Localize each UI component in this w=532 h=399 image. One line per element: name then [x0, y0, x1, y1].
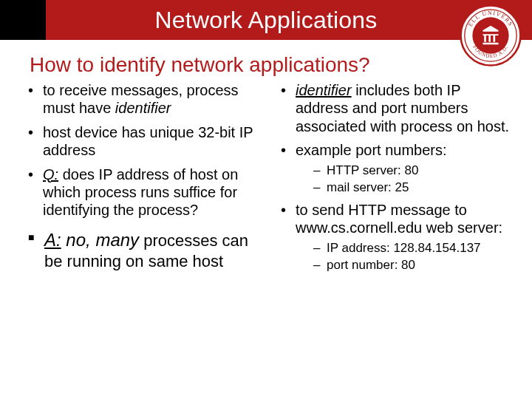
text-italic: many	[95, 230, 139, 250]
list-item: to receive messages, process must have i…	[27, 81, 262, 117]
text-italic-underline: identifier	[296, 82, 352, 98]
answer-list: A: no, many processes can be running on …	[22, 230, 262, 272]
text: does IP address of host on which process…	[43, 166, 238, 219]
q-label: Q:	[43, 166, 58, 183]
right-column: identifier includes both IP address and …	[275, 81, 514, 279]
slide: Network Applications ELL UNIVERS FOUNDED…	[0, 0, 532, 399]
list-item: identifier includes both IP address and …	[279, 81, 514, 135]
sub-item: mail server: 25	[313, 180, 514, 195]
left-column: to receive messages, process must have i…	[22, 81, 262, 279]
slide-title: Network Applications	[0, 7, 532, 34]
answer-item: A: no, many processes can be running on …	[27, 230, 262, 272]
right-bullet-list: identifier includes both IP address and …	[275, 81, 514, 273]
sub-item: IP address: 128.84.154.137	[313, 240, 514, 256]
text-italic: no,	[61, 230, 96, 250]
sub-list: IP address: 128.84.154.137 port number: …	[296, 240, 514, 273]
list-item: example port numbers: HTTP server: 80 ma…	[279, 141, 514, 195]
list-item: to send HTTP message to www.cs.cornell.e…	[279, 201, 514, 273]
cornell-seal-icon: ELL UNIVERS FOUNDED A.D.	[458, 3, 523, 68]
text-italic: identifier	[115, 100, 171, 116]
sub-list: HTTP server: 80 mail server: 25	[296, 163, 514, 196]
left-bullet-list: to receive messages, process must have i…	[22, 81, 262, 219]
list-item: Q: does IP address of host on which proc…	[27, 166, 262, 219]
list-item: host device has unique 32-bit IP address	[27, 123, 262, 160]
sub-item: HTTP server: 80	[313, 163, 514, 178]
slide-subtitle: How to identify network applications?	[30, 53, 532, 77]
content-columns: to receive messages, process must have i…	[0, 81, 532, 279]
title-bar: Network Applications	[0, 0, 532, 40]
text: to send HTTP message to www.cs.cornell.e…	[296, 202, 502, 236]
text: example port numbers:	[296, 142, 447, 158]
a-label: A:	[44, 230, 61, 250]
sub-item: port number: 80	[313, 257, 514, 273]
